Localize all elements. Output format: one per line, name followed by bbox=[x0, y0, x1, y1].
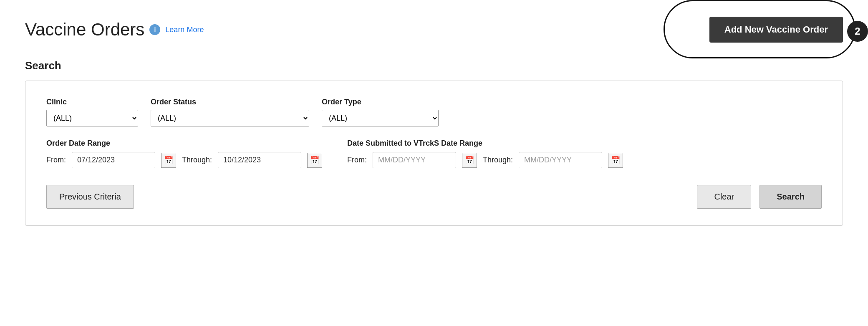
submitted-date-range-group: Date Submitted to VTrckS Date Range From… bbox=[347, 139, 623, 168]
submitted-date-range-inputs: From: 📅 Through: 📅 bbox=[347, 152, 623, 168]
search-section: Search Clinic (ALL) Order Status (ALL) bbox=[25, 59, 843, 226]
submitted-date-through-calendar-icon[interactable]: 📅 bbox=[608, 153, 623, 168]
search-section-title: Search bbox=[25, 59, 843, 72]
order-date-range-inputs: From: 📅 Through: 📅 bbox=[46, 152, 322, 168]
search-panel: Clinic (ALL) Order Status (ALL) Order Ty… bbox=[25, 81, 843, 226]
order-status-select[interactable]: (ALL) bbox=[151, 110, 309, 126]
action-buttons: Clear Search bbox=[697, 185, 822, 209]
order-date-range-label: Order Date Range bbox=[46, 139, 322, 148]
order-status-label: Order Status bbox=[151, 98, 309, 106]
page-container: Vaccine Orders i Learn More Add New Vacc… bbox=[0, 0, 868, 243]
learn-more-link[interactable]: Learn More bbox=[165, 25, 204, 34]
order-type-label: Order Type bbox=[322, 98, 439, 106]
submitted-date-from-calendar-icon[interactable]: 📅 bbox=[462, 153, 477, 168]
clinic-select[interactable]: (ALL) bbox=[46, 110, 138, 126]
title-area: Vaccine Orders i Learn More bbox=[25, 20, 204, 40]
header-right: Add New Vaccine Order 2 bbox=[709, 17, 843, 43]
order-type-filter-group: Order Type (ALL) bbox=[322, 98, 439, 126]
header-row: Vaccine Orders i Learn More Add New Vacc… bbox=[25, 17, 843, 43]
clinic-filter-group: Clinic (ALL) bbox=[46, 98, 138, 126]
step-badge: 2 bbox=[847, 21, 868, 42]
order-date-range-group: Order Date Range From: 📅 Through: 📅 bbox=[46, 139, 322, 168]
order-date-from-calendar-icon[interactable]: 📅 bbox=[161, 153, 176, 168]
search-button[interactable]: Search bbox=[760, 185, 822, 209]
submitted-date-range-label: Date Submitted to VTrckS Date Range bbox=[347, 139, 623, 148]
order-status-filter-group: Order Status (ALL) bbox=[151, 98, 309, 126]
order-date-from-label: From: bbox=[46, 156, 66, 164]
order-type-select[interactable]: (ALL) bbox=[322, 110, 439, 126]
buttons-row: Previous Criteria Clear Search bbox=[46, 185, 822, 209]
submitted-date-through-label: Through: bbox=[483, 156, 513, 164]
submitted-date-from-input[interactable] bbox=[373, 152, 456, 168]
clinic-label: Clinic bbox=[46, 98, 138, 106]
clear-button[interactable]: Clear bbox=[697, 185, 751, 209]
order-date-through-input[interactable] bbox=[218, 152, 301, 168]
previous-criteria-button[interactable]: Previous Criteria bbox=[46, 185, 134, 209]
filters-row: Clinic (ALL) Order Status (ALL) Order Ty… bbox=[46, 98, 822, 126]
order-date-through-label: Through: bbox=[182, 156, 212, 164]
order-date-through-calendar-icon[interactable]: 📅 bbox=[307, 153, 322, 168]
order-date-from-input[interactable] bbox=[72, 152, 155, 168]
submitted-date-from-label: From: bbox=[347, 156, 367, 164]
add-new-vaccine-order-button[interactable]: Add New Vaccine Order bbox=[709, 17, 843, 43]
page-title: Vaccine Orders bbox=[25, 20, 144, 40]
submitted-date-through-input[interactable] bbox=[519, 152, 602, 168]
info-icon[interactable]: i bbox=[149, 24, 160, 35]
date-ranges-row: Order Date Range From: 📅 Through: 📅 Date… bbox=[46, 139, 822, 168]
